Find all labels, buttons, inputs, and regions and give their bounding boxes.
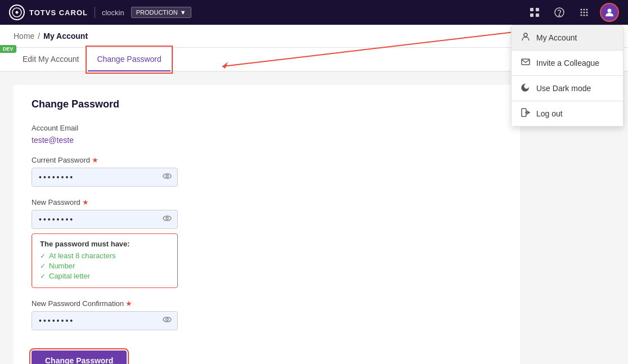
new-password-wrapper [32,210,178,229]
rule-item-2: ✓ Capital letter [40,272,169,280]
dropdown-invite-label: Invite a Colleague [536,59,599,68]
required-star-new: ★ [82,198,89,206]
svg-point-18 [166,175,168,177]
toggle-new-password-icon[interactable] [162,213,172,226]
required-star-confirm: ★ [125,299,132,308]
top-navigation: TOTVS CAROL clockin PRODUCTION ▼ [0,0,628,25]
nav-right [526,3,619,22]
svg-rect-24 [522,59,530,65]
svg-point-8 [584,9,585,11]
dropdown-logout-label: Log out [536,109,563,118]
required-star: ★ [92,156,98,164]
svg-point-16 [608,9,612,13]
dark-mode-icon [521,83,531,94]
current-password-group: Current Password ★ [32,156,502,187]
rule-text-0: At least 8 characters [49,251,116,260]
breadcrumb-separator: / [38,32,40,41]
confirm-password-label: New Password Confirmation ★ [32,299,502,308]
dropdown-my-account-label: My Account [536,33,577,42]
help-icon-btn[interactable] [550,3,568,21]
account-email-value: teste@teste [32,136,502,145]
rule-check-1: ✓ [40,262,46,270]
svg-point-6 [559,15,560,16]
current-password-label: Current Password ★ [32,156,502,164]
svg-point-17 [163,174,171,178]
rule-text-1: Number [49,262,75,270]
form-title: Change Password [32,98,502,110]
new-password-input[interactable] [32,210,178,229]
logo-icon [9,5,25,20]
logo-area: TOTVS CAROL [9,5,88,20]
grid-icon-btn[interactable] [575,3,593,21]
logout-icon [521,108,531,119]
svg-point-10 [581,12,582,14]
rule-item-1: ✓ Number [40,262,169,270]
current-password-wrapper [32,168,178,187]
rule-check-0: ✓ [40,252,46,260]
nav-divider [95,7,95,18]
svg-point-13 [581,15,582,16]
api-icon-btn[interactable] [526,3,544,21]
breadcrumb-home[interactable]: Home [14,32,34,41]
dropdown-dark-mode[interactable]: Use Dark mode [512,76,623,101]
svg-point-23 [524,33,527,37]
svg-point-21 [163,317,171,322]
dev-badge: DEV [0,45,16,53]
rule-check-2: ✓ [40,272,46,280]
logo-text: TOTVS CAROL [29,8,88,17]
confirm-password-input[interactable] [32,311,178,330]
svg-point-9 [586,9,588,11]
dropdown-my-account[interactable]: My Account [512,25,623,50]
account-email-group: Account Email teste@teste [32,124,502,145]
svg-rect-3 [530,14,533,17]
rule-item-0: ✓ At least 8 characters [40,251,169,260]
svg-point-14 [584,15,585,16]
dropdown-menu: My Account Invite a Colleague Use Dark m… [511,25,623,127]
svg-point-11 [584,12,585,14]
svg-point-19 [163,216,171,221]
tab-edit-account[interactable]: Edit My Account [14,48,88,71]
svg-point-7 [581,9,582,11]
toggle-confirm-password-icon[interactable] [162,314,172,327]
user-profile-btn[interactable] [600,3,619,22]
dropdown-logout[interactable]: Log out [512,101,623,126]
svg-rect-2 [536,8,539,11]
current-password-input[interactable] [32,168,178,187]
env-badge[interactable]: PRODUCTION ▼ [131,7,191,18]
form-card: Change Password Account Email teste@test… [14,85,520,364]
confirm-password-group: New Password Confirmation ★ [32,299,502,330]
svg-rect-4 [536,14,539,17]
password-rules: The password must have: ✓ At least 8 cha… [32,233,178,288]
rules-title: The password must have: [40,240,169,248]
new-password-label: New Password ★ [32,198,502,206]
rule-text-2: Capital letter [49,272,90,280]
breadcrumb-current: My Account [43,32,88,41]
svg-rect-1 [530,8,533,11]
my-account-icon [521,32,531,43]
new-password-group: New Password ★ The password must have: ✓… [32,198,502,288]
dropdown-invite-colleague[interactable]: Invite a Colleague [512,51,623,75]
dropdown-dark-mode-label: Use Dark mode [536,84,591,93]
svg-point-15 [586,15,588,16]
toggle-current-password-icon[interactable] [162,171,172,183]
confirm-password-wrapper [32,311,178,330]
svg-point-12 [586,12,588,14]
app-name: clockin [102,8,124,17]
invite-colleague-icon [521,57,531,69]
svg-point-20 [166,217,168,219]
submit-button[interactable]: Change Password [32,350,127,364]
tab-change-password[interactable]: Change Password [88,48,170,71]
svg-point-22 [166,318,168,321]
account-email-label: Account Email [32,124,502,132]
